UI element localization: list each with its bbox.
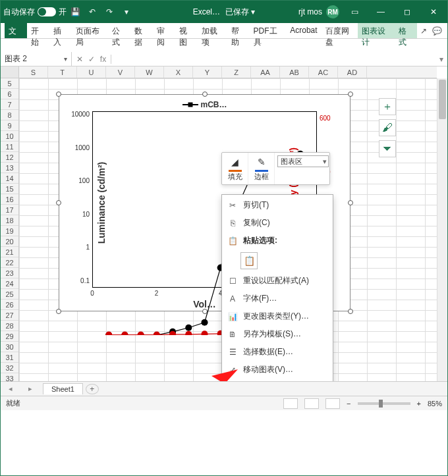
status-ready: 就绪 [6,398,20,408]
row-headers[interactable]: 5678910111213141516171819202122232425262… [1,78,19,381]
resize-handle[interactable] [348,309,353,314]
chart-elements-button[interactable]: ＋ [379,98,396,115]
column-headers[interactable]: STUVWXYZAAABACAD [19,66,437,78]
sheet-tab-bar: ◂ ▸ Sheet1 + [1,381,447,396]
tab-format[interactable]: 格式 [395,23,417,38]
context-menu-item[interactable]: 📋粘贴选项: [222,232,333,250]
autosave-toggle[interactable]: 自动保存 开 [3,7,67,18]
worksheet-area: STUVWXYZAAABACAD 56789101112131415161718… [1,66,447,381]
resize-handle[interactable] [202,92,208,97]
svg-point-14 [121,331,128,335]
chart-filters-button[interactable]: ⏷ [379,140,396,157]
qat-more-icon[interactable]: ▾ [121,6,132,18]
resize-handle[interactable] [56,200,61,205]
svg-point-5 [185,325,192,331]
title-bar: 自动保存 开 💾 ↶ ↷ ▾ Excel… 已保存 ▾ rjt mos RM ▭… [1,1,447,23]
add-sheet-button[interactable]: + [86,384,99,394]
sheet-nav-prev-icon[interactable]: ◂ [9,384,13,393]
tab-chart-design[interactable]: 图表设计 [358,23,395,38]
svg-point-13 [105,331,112,335]
sheet-tab[interactable]: Sheet1 [43,383,83,394]
cancel-fx-icon[interactable]: ✕ [76,55,83,64]
context-menu: ✂剪切(T)⎘复制(C)📋粘贴选项:📋☐重设以匹配样式(A)A字体(F)…📊更改… [221,194,333,381]
tab-file[interactable]: 文件 [5,23,27,38]
resize-handle[interactable] [56,92,61,97]
context-menu-item[interactable]: ⎘复制(C) [222,214,333,232]
close-icon[interactable]: ✕ [422,1,445,23]
normal-view-button[interactable] [283,398,298,409]
context-menu-item[interactable]: ⤢移动图表(V)… [222,361,333,379]
expand-formula-icon[interactable]: ▾ [435,55,447,64]
page-break-view-button[interactable] [325,398,340,409]
undo-icon[interactable]: ↶ [86,6,98,18]
border-button[interactable]: ✎ 边框 [248,153,275,184]
vertical-scrollbar[interactable] [437,78,447,381]
tab-addins[interactable]: 加载项 [198,23,227,38]
fill-button[interactable]: ◢ 填充 [222,153,248,184]
tab-help[interactable]: 帮助 [227,23,250,38]
y-left-ticks: 0.1110100100010000 [76,111,91,288]
fill-icon: ◢ [231,155,238,169]
context-menu-item[interactable]: 📊更改图表类型(Y)… [222,307,333,325]
context-menu-item[interactable]: 🗎另存为模板(S)… [222,325,333,343]
save-state: 已保存 ▾ [225,7,255,18]
sheet-nav-next-icon[interactable]: ▸ [28,384,32,393]
tab-baidu[interactable]: 百度网盘 [322,23,358,38]
zoom-level[interactable]: 85% [428,400,442,408]
resize-handle[interactable] [56,309,61,314]
name-box-value: 图表 2 [5,53,27,65]
zoom-out-button[interactable]: − [347,400,350,408]
name-box[interactable]: 图表 2▾ [1,52,72,66]
tab-review[interactable]: 审阅 [153,23,175,38]
svg-point-6 [201,319,208,326]
tab-pdf[interactable]: PDF工具 [250,23,287,38]
redo-icon[interactable]: ↷ [103,6,115,18]
chart-legend: mCB… [182,100,227,109]
minimize-icon[interactable]: — [370,1,392,23]
svg-point-19 [201,331,208,335]
svg-point-15 [138,331,144,335]
tab-view[interactable]: 视图 [175,23,198,38]
tab-data[interactable]: 数据 [130,23,153,38]
accept-fx-icon[interactable]: ✓ [88,55,95,64]
chart-side-tools: ＋ 🖌 ⏷ [379,98,397,161]
ribbon: 文件 开始 插入 页面布局 公式 数据 审阅 视图 加载项 帮助 PDF工具 A… [1,23,447,39]
resize-handle[interactable] [348,200,353,205]
tab-formulas[interactable]: 公式 [108,23,130,38]
zoom-slider[interactable] [358,402,410,405]
comments-icon[interactable]: 💬 [430,23,443,38]
formula-bar: 图表 2▾ ✕ ✓ fx ▾ [1,52,447,66]
context-menu-item[interactable]: A字体(F)… [222,290,333,307]
autosave-state: 开 [59,7,67,18]
page-layout-view-button[interactable] [304,398,319,409]
outline-icon: ✎ [258,155,266,169]
tab-acrobat[interactable]: Acrobat [286,23,321,38]
svg-point-18 [185,331,192,335]
mini-format-toolbar: ◢ 填充 ✎ 边框 图表区 [221,152,330,185]
status-bar: 就绪 − + 85% [1,396,447,410]
context-menu-item[interactable]: ✂剪切(T) [222,196,333,214]
tab-insert[interactable]: 插入 [49,23,72,38]
context-menu-item[interactable]: ☐重设以匹配样式(A) [222,272,333,290]
user-name: rjt mos [298,7,322,16]
context-menu-item: ◉三维旋转(R)… [222,379,333,381]
tab-home[interactable]: 开始 [27,23,49,38]
chart-element-combo[interactable]: 图表区 [277,155,329,167]
context-menu-item[interactable]: ☰选择数据(E)… [222,343,333,361]
share-icon[interactable]: ↗ [417,23,430,38]
save-icon[interactable]: 💾 [69,6,81,18]
autosave-label: 自动保存 [3,7,35,18]
maximize-icon[interactable]: ◻ [396,1,418,23]
zoom-in-button[interactable]: + [417,400,421,408]
ribbon-display-icon[interactable]: ▭ [343,1,366,23]
fx-icon[interactable]: fx [100,55,106,64]
svg-point-16 [154,331,160,335]
document-title: Excel… [193,7,220,16]
paste-option-button[interactable]: 📋 [240,252,258,269]
avatar[interactable]: RM [326,5,339,18]
tab-page-layout[interactable]: 页面布局 [72,23,109,38]
chart-styles-button[interactable]: 🖌 [379,119,396,136]
resize-handle[interactable] [348,92,353,97]
app-window: 自动保存 开 💾 ↶ ↷ ▾ Excel… 已保存 ▾ rjt mos RM ▭… [0,0,448,476]
select-all-corner[interactable] [1,66,19,78]
